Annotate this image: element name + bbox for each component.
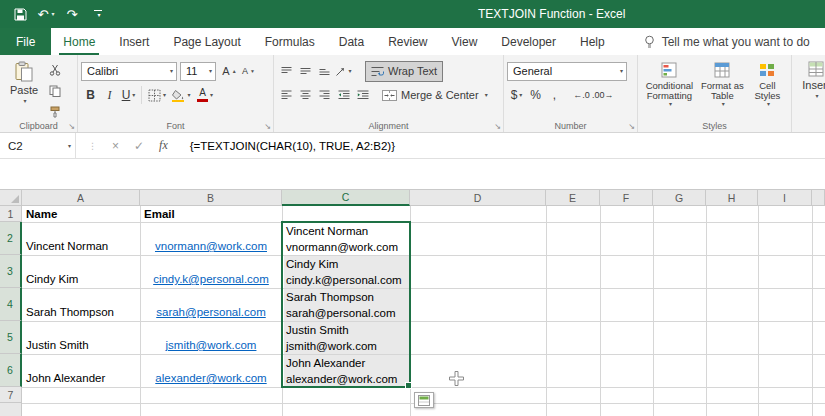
column-header-F[interactable]: F — [600, 190, 653, 206]
row-header-2[interactable]: 2 — [0, 222, 22, 255]
cell-A5[interactable]: Justin Smith — [23, 321, 139, 354]
formula-input[interactable]: {=TEXTJOIN(CHAR(10), TRUE, A2:B2)} — [180, 133, 395, 158]
alignment-dialog-launcher[interactable]: ↘ — [494, 123, 501, 131]
underline-button[interactable]: U▾ — [119, 85, 138, 105]
row-header-1[interactable]: 1 — [0, 206, 22, 222]
tab-help[interactable]: Help — [568, 28, 617, 55]
cut-button[interactable] — [45, 60, 64, 80]
customize-quick-access-button[interactable]: ▾ — [88, 3, 108, 25]
increase-font-size-button[interactable]: A▲ — [220, 61, 239, 81]
comma-style-button[interactable]: , — [545, 85, 564, 105]
tab-data[interactable]: Data — [327, 28, 376, 55]
conditional-formatting-button[interactable]: Conditional Formatting ▾ — [641, 58, 698, 108]
column-header-I[interactable]: I — [758, 190, 812, 206]
enter-button[interactable]: ✓ — [134, 139, 144, 153]
cell-A3[interactable]: Cindy Kim — [23, 255, 139, 288]
column-header-D[interactable]: D — [410, 190, 546, 206]
number-format-select[interactable]: General▾ — [507, 62, 627, 81]
cell-A2[interactable]: Vincent Norman — [23, 222, 139, 255]
insert-function-button[interactable]: fx — [159, 138, 168, 153]
cell-C2[interactable]: Vincent Norman vnormann@work.com — [285, 223, 407, 255]
accounting-format-button[interactable]: $▾ — [507, 85, 526, 105]
paste-button[interactable]: Paste ▾ — [3, 58, 45, 122]
column-header-B[interactable]: B — [140, 190, 282, 206]
cell-A6[interactable]: John Alexander — [23, 354, 139, 387]
save-button[interactable] — [10, 3, 30, 25]
tab-view[interactable]: View — [440, 28, 490, 55]
align-middle-button[interactable] — [296, 61, 315, 81]
column-header-H[interactable]: H — [706, 190, 758, 206]
fill-color-button[interactable]: ▾ — [169, 85, 193, 105]
decrease-indent-button[interactable] — [334, 85, 353, 105]
cell-B2[interactable]: vnormann@work.com — [141, 222, 281, 255]
decrease-font-size-button[interactable]: A▼ — [239, 61, 258, 81]
tab-review[interactable]: Review — [376, 28, 439, 55]
row-header-partial[interactable] — [0, 403, 22, 416]
format-as-table-button[interactable]: Format as Table ▾ — [698, 58, 747, 108]
decrease-decimal-button[interactable]: .00→ — [591, 85, 615, 105]
tab-file[interactable]: File — [0, 28, 51, 55]
email-link[interactable]: vnormann@work.com — [155, 240, 267, 252]
cell-A1[interactable]: Name — [23, 206, 139, 222]
row-header-7[interactable]: 7 — [0, 387, 22, 403]
undo-button[interactable]: ↶▾ — [36, 3, 56, 25]
cell-A4[interactable]: Sarah Thompson — [23, 288, 139, 321]
email-link[interactable]: cindy.k@personal.com — [153, 273, 269, 285]
borders-button[interactable]: ▾ — [145, 85, 169, 105]
formula-bar-handle[interactable]: ⋮ — [88, 141, 97, 151]
cell-C5[interactable]: Justin Smith jsmith@work.com — [285, 322, 407, 354]
tell-me-box[interactable]: Tell me what you want to do — [643, 28, 810, 55]
orientation-button[interactable]: ▾ — [334, 61, 353, 81]
increase-indent-button[interactable] — [353, 85, 372, 105]
insert-cells-button[interactable]: Insert ▾ — [795, 58, 825, 100]
align-top-button[interactable] — [277, 61, 296, 81]
cell-C4[interactable]: Sarah Thompson sarah@personal.com — [285, 289, 407, 321]
increase-decimal-button[interactable]: ←.0 — [572, 85, 591, 105]
tab-insert[interactable]: Insert — [107, 28, 161, 55]
cell-B5[interactable]: jsmith@work.com — [141, 321, 281, 354]
cell-C3[interactable]: Cindy Kim cindy.k@personal.com — [285, 256, 407, 288]
font-color-button[interactable]: A▾ — [193, 85, 217, 105]
align-left-button[interactable] — [277, 85, 296, 105]
wrap-text-button[interactable]: Wrap Text — [365, 61, 443, 82]
align-center-button[interactable] — [296, 85, 315, 105]
redo-button[interactable]: ↷ — [62, 3, 82, 25]
fill-handle[interactable] — [405, 382, 412, 389]
row-header-4[interactable]: 4 — [0, 288, 22, 321]
font-dialog-launcher[interactable]: ↘ — [264, 123, 271, 131]
align-right-button[interactable] — [315, 85, 334, 105]
percent-style-button[interactable]: % — [526, 85, 545, 105]
column-header-G[interactable]: G — [653, 190, 706, 206]
select-all-corner[interactable] — [0, 190, 22, 206]
copy-button[interactable] — [45, 81, 64, 101]
bold-button[interactable]: B — [81, 85, 100, 105]
tab-formulas[interactable]: Formulas — [253, 28, 327, 55]
row-header-6[interactable]: 6 — [0, 354, 22, 387]
tab-page-layout[interactable]: Page Layout — [161, 28, 252, 55]
tab-home[interactable]: Home — [51, 28, 107, 55]
align-bottom-button[interactable] — [315, 61, 334, 81]
cell-B6[interactable]: alexander@work.com — [141, 354, 281, 387]
email-link[interactable]: alexander@work.com — [155, 372, 266, 384]
cell-C6[interactable]: John Alexander alexander@work.com — [285, 355, 407, 387]
number-dialog-launcher[interactable]: ↘ — [628, 123, 635, 131]
column-header-E[interactable]: E — [546, 190, 600, 206]
cell-styles-button[interactable]: Cell Styles ▾ — [747, 58, 788, 108]
font-size-select[interactable]: 11▾ — [180, 62, 216, 81]
row-header-5[interactable]: 5 — [0, 321, 22, 354]
column-header-partial[interactable] — [812, 190, 825, 206]
cancel-button[interactable]: × — [112, 139, 119, 153]
email-link[interactable]: jsmith@work.com — [166, 339, 257, 351]
clipboard-dialog-launcher[interactable]: ↘ — [68, 123, 75, 131]
column-header-A[interactable]: A — [22, 190, 140, 206]
cell-B1[interactable]: Email — [141, 206, 281, 222]
font-family-select[interactable]: Calibri▾ — [81, 62, 177, 81]
tab-developer[interactable]: Developer — [489, 28, 568, 55]
cell-B3[interactable]: cindy.k@personal.com — [141, 255, 281, 288]
merge-center-button[interactable]: Merge & Center ▾ — [378, 85, 492, 106]
email-link[interactable]: sarah@personal.com — [156, 306, 265, 318]
column-header-C[interactable]: C — [282, 190, 410, 206]
fill-options-button[interactable] — [414, 392, 434, 408]
name-box[interactable]: C2 ▾ — [0, 133, 76, 158]
italic-button[interactable]: I — [100, 85, 119, 105]
